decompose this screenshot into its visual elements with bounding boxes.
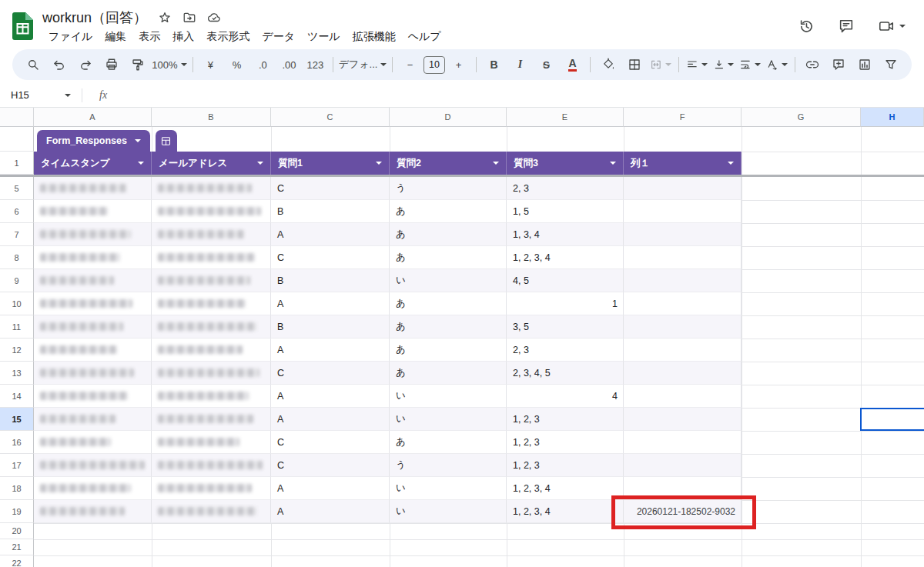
bold-button[interactable]: B — [481, 54, 507, 75]
cell-A17[interactable] — [34, 454, 152, 477]
row-header-9[interactable]: 9 — [0, 269, 34, 292]
cell-E9[interactable]: 4, 5 — [507, 269, 624, 292]
cell-D9[interactable]: い — [390, 269, 507, 292]
cell-D19[interactable]: い — [390, 500, 507, 523]
cell-F12[interactable] — [624, 339, 742, 362]
vertical-align-button[interactable] — [711, 54, 737, 75]
menu-data[interactable]: データ — [256, 28, 301, 45]
paint-format-button[interactable] — [125, 54, 150, 75]
row-header-12[interactable]: 12 — [0, 339, 34, 362]
font-size-input[interactable]: 10 — [424, 56, 445, 74]
cell-C17[interactable]: C — [271, 454, 390, 477]
decrease-font-size-button[interactable]: − — [397, 54, 423, 75]
text-wrap-button[interactable] — [737, 54, 763, 75]
cell-B5[interactable] — [152, 177, 271, 200]
cell-D13[interactable]: あ — [390, 362, 507, 385]
text-color-button[interactable]: A — [560, 54, 585, 75]
font-family-selector[interactable]: デフォ... — [338, 54, 387, 75]
search-icon[interactable] — [20, 54, 45, 75]
column-header-E[interactable]: E — [507, 108, 624, 127]
cell-A15[interactable] — [34, 408, 152, 431]
cell-A10[interactable] — [34, 292, 152, 315]
cell-A19[interactable] — [34, 500, 152, 523]
cell-B19[interactable] — [152, 500, 271, 523]
row-header-11[interactable]: 11 — [0, 315, 34, 339]
row-header-20[interactable]: 20 — [0, 523, 34, 539]
cell-D18[interactable]: い — [390, 477, 507, 500]
cell-C10[interactable]: A — [271, 292, 390, 315]
cell-E18[interactable]: 1, 2, 3, 4 — [507, 477, 624, 500]
insert-comment-button[interactable] — [826, 54, 852, 75]
table-header-question3[interactable]: 質問3 — [507, 152, 624, 175]
cell-F6[interactable] — [624, 200, 742, 223]
table-menu-button[interactable] — [156, 130, 177, 152]
cell-E10[interactable]: 1 — [507, 292, 624, 315]
italic-button[interactable]: I — [507, 54, 533, 75]
cell-B15[interactable] — [152, 408, 271, 431]
cell-A9[interactable] — [34, 269, 152, 292]
insert-link-button[interactable] — [800, 54, 825, 75]
column-header-F[interactable]: F — [624, 108, 742, 127]
cell-D8[interactable]: あ — [390, 246, 507, 269]
cell-D17[interactable]: う — [390, 454, 507, 477]
cell-F5[interactable] — [624, 177, 742, 200]
table-header-email[interactable]: メールアドレス — [152, 152, 271, 175]
cell-F13[interactable] — [624, 362, 742, 385]
cell-E6[interactable]: 1, 5 — [507, 200, 624, 223]
cell-F7[interactable] — [624, 223, 742, 246]
increase-font-size-button[interactable]: + — [446, 54, 471, 75]
cell-A18[interactable] — [34, 477, 152, 500]
redo-button[interactable] — [72, 54, 98, 75]
meet-video-icon[interactable] — [878, 18, 906, 35]
cell-E14[interactable]: 4 — [507, 385, 624, 408]
undo-button[interactable] — [46, 54, 72, 75]
cell-F17[interactable] — [624, 454, 742, 477]
cell-B16[interactable] — [152, 431, 271, 454]
row-header-1[interactable]: 1 — [0, 152, 34, 175]
cell-E5[interactable]: 2, 3 — [507, 177, 624, 200]
row-header-16[interactable]: 16 — [0, 431, 34, 454]
table-header-col1[interactable]: 列１ — [624, 152, 742, 175]
cell-B11[interactable] — [152, 315, 271, 339]
cell-F14[interactable] — [624, 385, 742, 408]
cell-C8[interactable]: C — [271, 246, 390, 269]
name-box[interactable]: H15 — [11, 89, 71, 101]
comments-icon[interactable] — [838, 18, 855, 35]
cell-A14[interactable] — [34, 385, 152, 408]
row-header-13[interactable]: 13 — [0, 362, 34, 385]
filter-dropdown-icon[interactable] — [376, 162, 382, 165]
cell-C14[interactable]: A — [271, 385, 390, 408]
row-header-7[interactable]: 7 — [0, 223, 34, 246]
cell-B7[interactable] — [152, 223, 271, 246]
cell-A6[interactable] — [34, 200, 152, 223]
cell-B13[interactable] — [152, 362, 271, 385]
cell-A16[interactable] — [34, 431, 152, 454]
cell-E12[interactable]: 2, 3 — [507, 339, 624, 362]
filter-dropdown-icon[interactable] — [138, 162, 144, 165]
formula-input[interactable] — [107, 83, 924, 107]
menu-view[interactable]: 表示 — [132, 28, 166, 45]
row-header-6[interactable]: 6 — [0, 200, 34, 223]
cell-E7[interactable]: 1, 3, 4 — [507, 223, 624, 246]
cell-A7[interactable] — [34, 223, 152, 246]
filter-dropdown-icon[interactable] — [728, 162, 734, 165]
cell-C7[interactable]: A — [271, 223, 390, 246]
table-header-question1[interactable]: 質問1 — [271, 152, 390, 175]
column-header-H[interactable]: H — [861, 108, 924, 127]
row-header-22[interactable]: 22 — [0, 555, 34, 567]
menu-edit[interactable]: 編集 — [99, 28, 132, 45]
menu-file[interactable]: ファイル — [42, 28, 99, 45]
horizontal-align-button[interactable] — [684, 54, 710, 75]
version-history-icon[interactable] — [798, 18, 815, 35]
cell-F10[interactable] — [624, 292, 742, 315]
menu-extensions[interactable]: 拡張機能 — [346, 28, 402, 45]
select-all-corner[interactable] — [0, 108, 34, 127]
borders-button[interactable] — [621, 54, 647, 75]
filter-button[interactable] — [879, 54, 904, 75]
cell-D5[interactable]: う — [390, 177, 507, 200]
cell-F9[interactable] — [624, 269, 742, 292]
cell-A13[interactable] — [34, 362, 152, 385]
cell-A8[interactable] — [34, 246, 152, 269]
row-header-14[interactable]: 14 — [0, 385, 34, 408]
merge-cells-button[interactable] — [648, 54, 674, 75]
